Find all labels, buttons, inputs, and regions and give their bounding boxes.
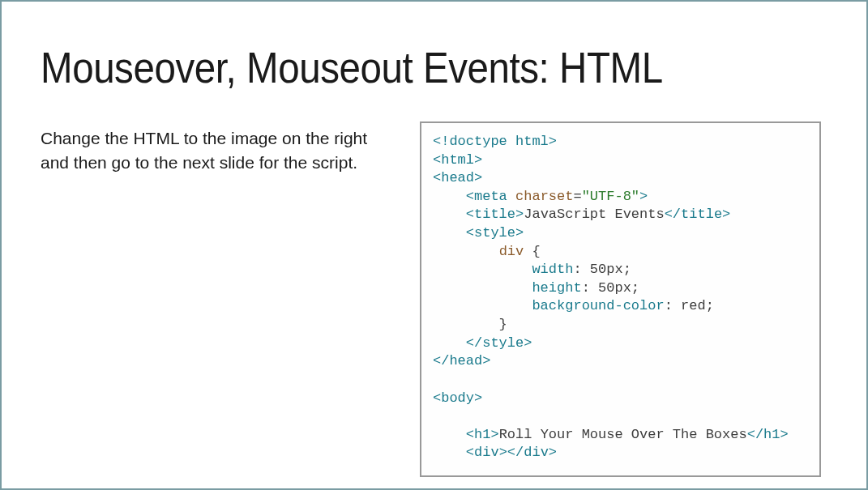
code-token: body xyxy=(441,390,474,406)
code-token: </ xyxy=(665,207,681,222)
code-line: <head> xyxy=(433,170,482,185)
code-token: > xyxy=(549,445,557,460)
code-token: ></ xyxy=(499,445,524,460)
code-token: < xyxy=(433,225,474,241)
code-token: h1 xyxy=(763,427,780,442)
code-token: h1 xyxy=(474,427,490,442)
code-token: > xyxy=(482,353,490,369)
code-token: style xyxy=(474,225,515,241)
code-token: = xyxy=(573,189,581,204)
content-row: Change the HTML to the image on the righ… xyxy=(41,121,827,477)
code-token: < xyxy=(433,445,474,460)
instruction-text: Change the HTML to the image on the righ… xyxy=(41,121,381,477)
code-token: div xyxy=(499,244,524,259)
code-token: < xyxy=(433,207,474,222)
code-token: </ xyxy=(433,335,482,351)
code-line: } xyxy=(433,317,507,332)
code-token: { xyxy=(524,244,540,259)
code-token: < xyxy=(433,390,441,406)
code-token: : red; xyxy=(665,298,714,313)
code-token: </ xyxy=(433,353,449,369)
code-token: > xyxy=(780,427,789,442)
code-token: : 50px; xyxy=(573,262,631,277)
code-token: title xyxy=(474,207,515,222)
code-token: height xyxy=(532,280,581,296)
code-token: < xyxy=(433,189,474,204)
code-token: width xyxy=(532,262,573,277)
code-token: > xyxy=(524,335,532,351)
code-token: < xyxy=(433,427,474,442)
code-token: title xyxy=(681,207,722,222)
code-token: charset xyxy=(507,189,574,204)
code-token: style xyxy=(482,335,524,351)
code-token: "UTF-8" xyxy=(582,189,639,204)
code-token xyxy=(433,280,532,296)
code-token: div xyxy=(474,445,499,460)
code-token: meta xyxy=(474,189,507,204)
code-token: > xyxy=(474,390,482,406)
code-token: : 50px; xyxy=(582,280,639,296)
code-token: Roll Your Mouse Over The Boxes xyxy=(499,427,747,442)
slide-container: Mouseover, Mouseout Events: HTML Change … xyxy=(2,2,866,488)
code-line: <!doctype html> xyxy=(433,134,557,149)
code-token: > xyxy=(722,207,730,222)
code-token: JavaScript Events xyxy=(524,207,664,222)
slide-title: Mouseover, Mouseout Events: HTML xyxy=(41,42,733,92)
code-token: background-color xyxy=(532,298,664,313)
code-token: > xyxy=(639,189,648,204)
code-line: <html> xyxy=(433,152,482,168)
code-token xyxy=(433,298,532,313)
code-token xyxy=(433,244,499,259)
code-snippet-box: <!doctype html> <html> <head> <meta char… xyxy=(420,121,821,477)
code-token: > xyxy=(515,225,524,241)
code-token xyxy=(433,262,532,277)
code-token: </ xyxy=(747,427,763,442)
code-token: > xyxy=(490,427,498,442)
code-token: > xyxy=(515,207,524,222)
code-token: div xyxy=(524,445,549,460)
code-token: head xyxy=(449,353,482,369)
